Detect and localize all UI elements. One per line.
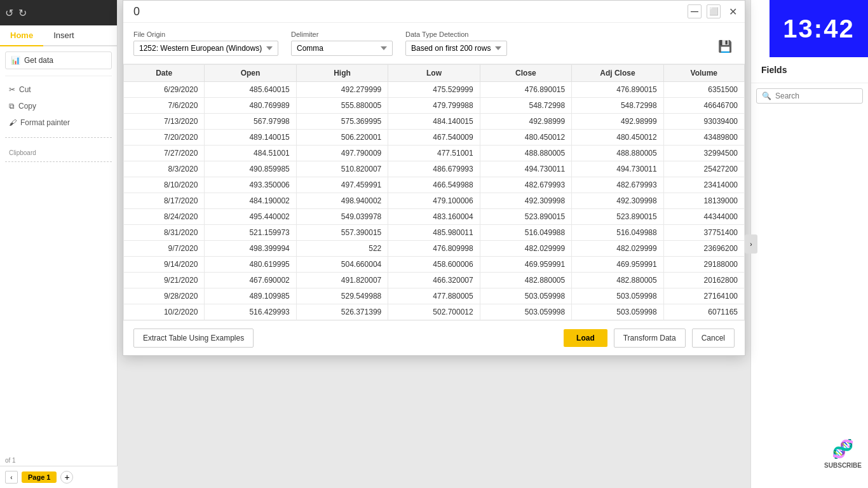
- undo-icon[interactable]: ↺: [5, 7, 13, 19]
- right-panel: 13:42 Fields 🔍 🧬 SUBSCRIBE ›: [750, 0, 868, 488]
- page-tab[interactable]: Page 1: [22, 471, 57, 483]
- table-cell: 557.390015: [296, 225, 388, 241]
- table-cell: 480.450012: [572, 130, 663, 146]
- table-cell: 522: [296, 241, 388, 257]
- table-cell: 482.880005: [572, 273, 663, 288]
- divider: [5, 137, 112, 138]
- table-cell: 23696200: [663, 241, 744, 257]
- data-table: Date Open High Low Close Adj Close Volum…: [123, 64, 745, 320]
- tab-home[interactable]: Home: [0, 25, 43, 46]
- table-cell: 8/31/2020: [124, 225, 205, 241]
- ribbon-tabs: Home Insert: [0, 25, 117, 46]
- cut-icon: ✂: [9, 85, 15, 94]
- table-cell: 492.98999: [480, 114, 571, 130]
- table-cell: 467.540009: [388, 130, 480, 146]
- table-cell: 475.529999: [388, 82, 480, 98]
- table-cell: 476.890015: [480, 82, 571, 98]
- copy-button[interactable]: ⧉ Copy: [5, 99, 112, 113]
- table-cell: 521.159973: [205, 225, 296, 241]
- subscribe-area: 🧬 SUBSCRIBE: [824, 438, 862, 469]
- add-page-button[interactable]: +: [60, 471, 73, 484]
- table-cell: 8/24/2020: [124, 209, 205, 225]
- left-ribbon: ↺ ↻ Home Insert 📊 Get data ✂ Cut ⧉ Copy …: [0, 0, 118, 488]
- data-type-select[interactable]: Based on first 200 rows: [405, 41, 507, 56]
- table-cell: 503.059998: [480, 304, 571, 320]
- table-cell: 510.820007: [296, 161, 388, 177]
- maximize-button[interactable]: ⬜: [707, 4, 721, 18]
- table-cell: 469.959991: [480, 257, 571, 273]
- delimiter-group: Delimiter Comma: [291, 30, 393, 56]
- table-header-row: Date Open High Low Close Adj Close Volum…: [124, 65, 745, 82]
- table-cell: 23414000: [663, 177, 744, 193]
- table-header: Date Open High Low Close Adj Close Volum…: [124, 65, 745, 82]
- minimize-button[interactable]: —: [688, 4, 702, 18]
- table-row: 10/2/2020516.429993526.371399502.7000125…: [124, 304, 745, 320]
- dialog-title: 0: [128, 5, 140, 18]
- close-button[interactable]: ✕: [726, 4, 740, 18]
- table-cell: 466.320007: [388, 273, 480, 288]
- search-box[interactable]: 🔍: [756, 88, 863, 104]
- table-cell: 37751400: [663, 225, 744, 241]
- table-cell: 488.880005: [572, 146, 663, 161]
- table-cell: 480.619995: [205, 257, 296, 273]
- table-cell: 549.039978: [296, 209, 388, 225]
- table-cell: 458.600006: [388, 257, 480, 273]
- file-origin-group: File Origin 1252: Western European (Wind…: [133, 30, 278, 56]
- data-type-group: Data Type Detection Based on first 200 r…: [405, 30, 507, 56]
- get-data-button[interactable]: 📊 Get data: [5, 51, 112, 69]
- prev-page-button[interactable]: ‹: [5, 471, 18, 484]
- table-cell: 7/20/2020: [124, 130, 205, 146]
- table-cell: 482.029999: [480, 241, 571, 257]
- table-cell: 479.100006: [388, 193, 480, 209]
- cancel-button[interactable]: Cancel: [692, 329, 735, 348]
- redo-icon[interactable]: ↻: [18, 7, 27, 19]
- table-cell: 466.549988: [388, 177, 480, 193]
- clock-display: 13:42: [783, 15, 854, 43]
- table-cell: 498.399994: [205, 241, 296, 257]
- table-cell: 482.029999: [572, 241, 663, 257]
- table-cell: 495.440002: [205, 209, 296, 225]
- save-icon[interactable]: 💾: [715, 37, 735, 56]
- dialog-options-row: File Origin 1252: Western European (Wind…: [123, 23, 745, 64]
- table-cell: 479.799988: [388, 98, 480, 114]
- table-cell: 6351500: [663, 82, 744, 98]
- table-row: 8/24/2020495.440002549.039978483.1600045…: [124, 209, 745, 225]
- table-row: 8/10/2020493.350006497.459991466.5499884…: [124, 177, 745, 193]
- data-table-container[interactable]: Date Open High Low Close Adj Close Volum…: [123, 64, 745, 320]
- file-origin-select[interactable]: 1252: Western European (Windows): [133, 41, 278, 56]
- fields-header: Fields: [751, 57, 868, 83]
- load-button[interactable]: Load: [564, 329, 607, 347]
- table-cell: 567.97998: [205, 114, 296, 130]
- table-row: 7/20/2020489.140015506.220001467.5400094…: [124, 130, 745, 146]
- table-cell: 476.890015: [572, 82, 663, 98]
- dialog-footer: Extract Table Using Examples Load Transf…: [123, 320, 745, 355]
- table-body: 6/29/2020485.640015492.279999475.5299994…: [124, 82, 745, 320]
- collapse-arrow[interactable]: ›: [745, 234, 757, 254]
- table-cell: 484.140015: [388, 114, 480, 130]
- subscribe-label: SUBSCRIBE: [824, 462, 862, 469]
- table-cell: 489.109985: [205, 288, 296, 304]
- format-painter-button[interactable]: 🖌 Format painter: [5, 116, 112, 130]
- table-cell: 497.790009: [296, 146, 388, 161]
- clipboard-label: Clipboard: [5, 148, 112, 158]
- table-cell: 490.859985: [205, 161, 296, 177]
- cut-button[interactable]: ✂ Cut: [5, 83, 112, 97]
- table-cell: 497.459991: [296, 177, 388, 193]
- table-cell: 7/13/2020: [124, 114, 205, 130]
- delimiter-select[interactable]: Comma: [291, 41, 393, 56]
- transform-button[interactable]: Transform Data: [614, 329, 686, 348]
- table-cell: 482.679993: [480, 177, 571, 193]
- table-cell: 467.690002: [205, 273, 296, 288]
- table-row: 9/21/2020467.690002491.820007466.3200074…: [124, 273, 745, 288]
- copy-icon: ⧉: [9, 102, 15, 111]
- table-cell: 555.880005: [296, 98, 388, 114]
- table-cell: 9/21/2020: [124, 273, 205, 288]
- table-cell: 486.679993: [388, 161, 480, 177]
- format-painter-icon: 🖌: [9, 118, 17, 127]
- table-cell: 484.51001: [205, 146, 296, 161]
- search-input[interactable]: [775, 92, 857, 100]
- table-row: 8/17/2020484.190002498.940002479.1000064…: [124, 193, 745, 209]
- table-cell: 27164100: [663, 288, 744, 304]
- extract-button[interactable]: Extract Table Using Examples: [133, 329, 254, 348]
- tab-insert[interactable]: Insert: [43, 25, 85, 46]
